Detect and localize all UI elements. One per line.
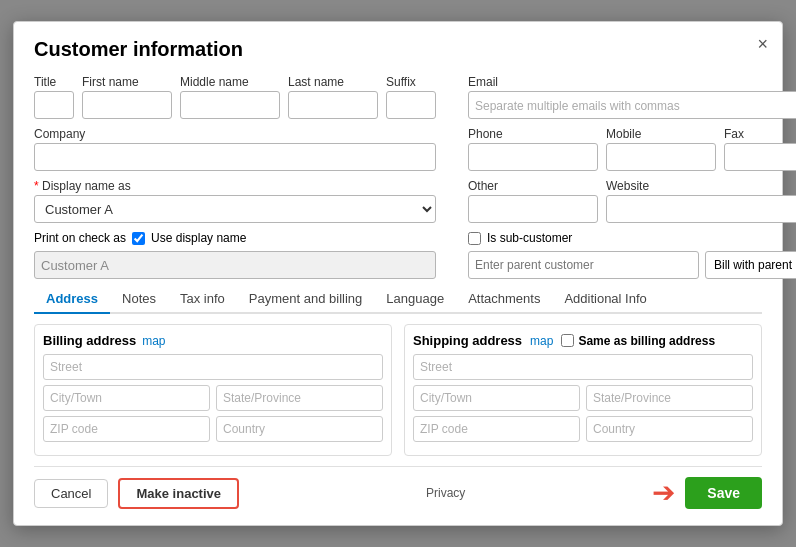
email-group: Email <box>468 75 796 119</box>
shipping-street-input[interactable] <box>413 354 753 380</box>
same-billing-row: Same as billing address <box>561 334 715 348</box>
tab-payment-billing[interactable]: Payment and billing <box>237 285 374 314</box>
parent-customer-row: Bill with parent <box>468 251 796 279</box>
website-label: Website <box>606 179 796 193</box>
footer: Cancel Make inactive Privacy ➔ Save <box>34 466 762 509</box>
firstname-group: First name <box>82 75 172 119</box>
phone-input[interactable] <box>468 143 598 171</box>
mobile-label: Mobile <box>606 127 716 141</box>
title-input[interactable] <box>34 91 74 119</box>
billing-address-header: Billing address map <box>43 333 383 348</box>
footer-left: Cancel Make inactive <box>34 478 239 509</box>
other-input[interactable] <box>468 195 598 223</box>
fax-group: Fax <box>724 127 796 171</box>
lastname-input[interactable] <box>288 91 378 119</box>
display-name-group: * Display name as Customer A <box>34 179 436 223</box>
shipping-zip-input[interactable] <box>413 416 580 442</box>
use-display-name-checkbox[interactable] <box>132 232 145 245</box>
display-name-label: * Display name as <box>34 179 436 193</box>
tabs-container: Address Notes Tax info Payment and billi… <box>34 285 762 314</box>
billing-city-input[interactable] <box>43 385 210 411</box>
billing-state-input[interactable] <box>216 385 383 411</box>
billing-zip-input[interactable] <box>43 416 210 442</box>
is-sub-customer-label: Is sub-customer <box>487 231 572 245</box>
right-column: Email Phone Mobile Fax <box>458 75 796 285</box>
suffix-group: Suffix <box>386 75 436 119</box>
is-sub-customer-checkbox[interactable] <box>468 232 481 245</box>
email-label: Email <box>468 75 796 89</box>
use-display-name-label: Use display name <box>151 231 246 245</box>
email-input[interactable] <box>468 91 796 119</box>
billing-country-input[interactable] <box>216 416 383 442</box>
phone-label: Phone <box>468 127 598 141</box>
left-column: Title First name Middle name Last name S… <box>34 75 446 285</box>
tab-additional-info[interactable]: Additional Info <box>552 285 658 314</box>
shipping-address-label: Shipping address <box>413 333 522 348</box>
website-input[interactable] <box>606 195 796 223</box>
display-name-select[interactable]: Customer A <box>34 195 436 223</box>
tab-notes[interactable]: Notes <box>110 285 168 314</box>
company-input[interactable] <box>34 143 436 171</box>
middlename-label: Middle name <box>180 75 280 89</box>
shipping-country-input[interactable] <box>586 416 753 442</box>
tab-attachments[interactable]: Attachments <box>456 285 552 314</box>
middlename-input[interactable] <box>180 91 280 119</box>
firstname-label: First name <box>82 75 172 89</box>
shipping-map-link[interactable]: map <box>530 334 553 348</box>
same-as-billing-label: Same as billing address <box>578 334 715 348</box>
billing-address-label: Billing address <box>43 333 136 348</box>
lastname-group: Last name <box>288 75 378 119</box>
close-button[interactable]: × <box>757 34 768 55</box>
is-sub-customer-row: Is sub-customer <box>468 231 796 245</box>
dialog-title: Customer information <box>34 38 762 61</box>
print-on-check-row: Print on check as Use display name <box>34 231 436 245</box>
middlename-group: Middle name <box>180 75 280 119</box>
firstname-input[interactable] <box>82 91 172 119</box>
title-label: Title <box>34 75 74 89</box>
footer-right: ➔ Save <box>652 477 762 509</box>
cancel-button[interactable]: Cancel <box>34 479 108 508</box>
tab-address[interactable]: Address <box>34 285 110 314</box>
fax-input[interactable] <box>724 143 796 171</box>
billing-address-col: Billing address map <box>34 324 392 456</box>
tab-tax-info[interactable]: Tax info <box>168 285 237 314</box>
billing-street-input[interactable] <box>43 354 383 380</box>
address-section: Billing address map Shipping address map <box>34 324 762 456</box>
print-on-check-label: Print on check as <box>34 231 126 245</box>
same-as-billing-checkbox[interactable] <box>561 334 574 347</box>
tab-language[interactable]: Language <box>374 285 456 314</box>
other-group: Other <box>468 179 598 223</box>
bill-with-select[interactable]: Bill with parent <box>705 251 796 279</box>
suffix-label: Suffix <box>386 75 436 89</box>
company-group: Company <box>34 127 436 171</box>
suffix-input[interactable] <box>386 91 436 119</box>
title-group: Title <box>34 75 74 119</box>
parent-customer-input[interactable] <box>468 251 699 279</box>
save-button[interactable]: Save <box>685 477 762 509</box>
customer-information-dialog: × Customer information Title First name … <box>13 21 783 526</box>
print-on-check-input[interactable] <box>34 251 436 279</box>
mobile-group: Mobile <box>606 127 716 171</box>
phone-group: Phone <box>468 127 598 171</box>
billing-map-link[interactable]: map <box>142 334 165 348</box>
lastname-label: Last name <box>288 75 378 89</box>
shipping-address-header: Shipping address map Same as billing add… <box>413 333 753 348</box>
make-inactive-button[interactable]: Make inactive <box>118 478 239 509</box>
fax-label: Fax <box>724 127 796 141</box>
website-group: Website <box>606 179 796 223</box>
shipping-city-input[interactable] <box>413 385 580 411</box>
other-label: Other <box>468 179 598 193</box>
shipping-state-input[interactable] <box>586 385 753 411</box>
shipping-address-col: Shipping address map Same as billing add… <box>404 324 762 456</box>
mobile-input[interactable] <box>606 143 716 171</box>
company-label: Company <box>34 127 436 141</box>
save-arrow-icon: ➔ <box>652 479 675 507</box>
privacy-link[interactable]: Privacy <box>239 486 652 500</box>
